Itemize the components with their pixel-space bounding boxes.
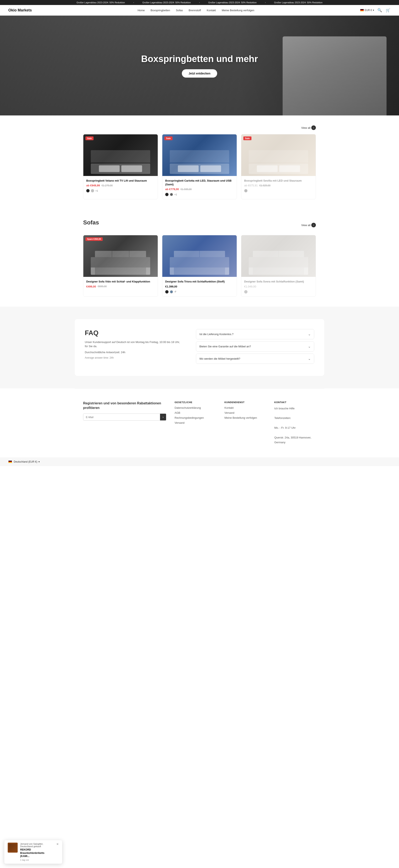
- sofas-view-all-link[interactable]: View all ›: [301, 223, 316, 227]
- sofa-price-current-1: €499,00: [86, 285, 96, 288]
- faq-question-1[interactable]: Ist die Lieferung Kostenlos.? ⌄: [196, 329, 314, 339]
- sofas-section: Sofas View all › Spare €350,00: [75, 209, 324, 306]
- hero-title: Boxspringbetten und mehr: [141, 54, 258, 64]
- bed-color-options-1: +1: [86, 189, 155, 192]
- dot-3: •: [265, 1, 266, 4]
- sofa-product-card-3[interactable]: Designer Sofa Svera mit Schlaffunktion (…: [241, 235, 316, 297]
- bed-price-row-1: ab €949,99 €1.279,00: [86, 184, 155, 187]
- bed-product-image-1: Sale: [83, 134, 158, 176]
- bed-color-dot-light-1[interactable]: [91, 189, 94, 192]
- sofa-product-info-3: Designer Sofa Svera mit Schlaffunktion (…: [241, 277, 316, 296]
- footer-link-kontakt[interactable]: Kontakt: [225, 406, 234, 409]
- main-nav: Home Boxspringbetten Sofas Brennstoff Ko…: [138, 8, 254, 12]
- nav-sofas[interactable]: Sofas: [176, 9, 183, 12]
- beds-view-all-arrow-icon: ›: [311, 125, 316, 130]
- faq-left-col: FAQ Unser Kundensupport auf Deutsch ist …: [85, 329, 184, 366]
- faq-item-1[interactable]: Ist die Lieferung Kostenlos.? ⌄: [196, 329, 314, 339]
- sofa-color-dot-blue-2[interactable]: [170, 290, 173, 293]
- footer-contact-col: Kontakt Ich brauche Hilfe Telefonzeiten:…: [274, 401, 316, 445]
- sofa-color-dot-dark-2[interactable]: [165, 290, 169, 293]
- search-button[interactable]: 🔍: [377, 7, 383, 13]
- footer-contact-address: Querstr. 24a, 30519 Hannover, Germany: [274, 435, 316, 445]
- sofa-product-card-1[interactable]: Spare €350,00 Designer Sofa Vido mit Sch: [83, 235, 158, 297]
- bed-color-dot-gray-2[interactable]: [170, 193, 173, 196]
- footer-email-submit-button[interactable]: ›: [160, 414, 166, 421]
- bed-illustration-3: [249, 150, 308, 174]
- sofa-color-options-3: [244, 290, 313, 293]
- sofa-price-current-2: €1.399,00: [165, 285, 177, 288]
- faq-question-text-1: Ist die Lieferung Kostenlos.?: [199, 333, 234, 336]
- bed-color-dot-dark-2[interactable]: [165, 193, 169, 196]
- nav-bestellung[interactable]: Meine Bestellung verfolgen: [222, 9, 254, 12]
- footer-link-versand-service[interactable]: Versand: [225, 411, 234, 414]
- beds-view-all-link[interactable]: View all ›: [301, 125, 316, 130]
- currency-selector[interactable]: EUR € ▾: [360, 9, 374, 12]
- faq-question-2[interactable]: Bieten Sie eine Garantie auf die Möbel a…: [196, 342, 314, 351]
- footer-link-agb[interactable]: AGB: [174, 411, 180, 414]
- flag-bottom-germany: [8, 461, 12, 463]
- sofa-product-image-2: [162, 235, 237, 277]
- bed-product-image-2: Sale: [162, 134, 237, 176]
- sofas-view-all-label: View all: [301, 224, 310, 227]
- bed-color-dot-dark-1[interactable]: [86, 189, 90, 192]
- announcement-item-1: Großer Lagerabbau 2023-2024: 50% Redukti…: [76, 1, 125, 4]
- sofa-color-dot-3[interactable]: [244, 290, 247, 293]
- footer-currency-selector[interactable]: Deutschland (EUR €) ▾: [14, 460, 40, 463]
- bed-color-options-2: +1: [165, 193, 234, 196]
- nav-kontakt[interactable]: Kontakt: [207, 9, 216, 12]
- bed-color-count-2: +1: [174, 193, 177, 196]
- sofas-view-all-arrow-icon: ›: [311, 223, 316, 227]
- flag-germany: [360, 9, 364, 11]
- footer-service-col: KUNDENDIENST Kontakt Versand Meine Beste…: [225, 401, 266, 445]
- sofa-product-info-2: Designer Sofa Triora mit Schlaffunktion …: [162, 277, 237, 296]
- bed-product-card-1[interactable]: Sale Boxspringbett Velano mit TV Lift un…: [83, 134, 158, 199]
- faq-question-3[interactable]: Wo werden die Möbel hergestellt? ⌄: [196, 354, 314, 364]
- announcement-item-2: Großer Lagerabbau 2023-2024: 50% Redukti…: [142, 1, 191, 4]
- sofa-product-name-1: Designer Sofa Vido mit Schlaf- und Klapp…: [86, 280, 155, 283]
- currency-chevron-icon: ▾: [373, 9, 374, 12]
- bed-product-card-2[interactable]: Sale Boxspringbett Carlotta mit LED, Sta…: [162, 134, 237, 199]
- bed-product-card-3[interactable]: Sale Boxspringbett Sevilla mit LED und S…: [241, 134, 316, 199]
- bed-price-current-1: ab €949,99: [86, 184, 100, 187]
- sofa-illustration-1: [91, 250, 150, 275]
- bed-product-name-1: Boxspringbett Velano mit TV Lift und Sta…: [86, 179, 155, 183]
- faq-item-3[interactable]: Wo werden die Möbel hergestellt? ⌄: [196, 353, 314, 364]
- sofa-product-card-2[interactable]: Designer Sofa Triora mit Schlaffunktion …: [162, 235, 237, 297]
- bed-color-dot-3[interactable]: [244, 189, 247, 192]
- bed-price-original-2: €1.939,00: [180, 188, 192, 191]
- footer-email-form: ›: [83, 413, 166, 421]
- bed-price-original-3: €1.929,00: [259, 184, 270, 187]
- hero-cta-button[interactable]: Jetzt entdecken: [182, 69, 217, 78]
- faq-chevron-icon-3: ⌄: [308, 357, 311, 361]
- faq-chevron-icon-2: ⌄: [308, 344, 311, 348]
- footer-link-bestellung-verfolgen[interactable]: Meine Bestellung verfolgen: [225, 416, 257, 419]
- sofa-price-current-3: €1.049,00: [244, 285, 256, 288]
- bed-product-image-3: Sale: [241, 134, 316, 176]
- nav-boxspringbetten[interactable]: Boxspringbetten: [151, 9, 170, 12]
- nav-home[interactable]: Home: [138, 9, 145, 12]
- sofa-color-options-2: ↺: [165, 290, 234, 293]
- sofa-price-row-2: €1.399,00: [165, 285, 234, 288]
- footer-link-datenschutz[interactable]: Datenschutzerklärung: [174, 406, 201, 409]
- bed-product-info-2: Boxspringbett Carlotta mit LED, Stauraum…: [162, 176, 237, 199]
- cart-button[interactable]: 🛒: [385, 7, 391, 13]
- bed-price-row-3: ab €675,91 €1.929,00: [244, 184, 313, 187]
- logo: Okio Markets: [8, 8, 32, 12]
- footer-legal-title: GESETZLICHE: [174, 401, 216, 404]
- bed-illustration-1: [91, 150, 150, 174]
- faq-response-time-en: Average answer time: 24h: [85, 356, 184, 359]
- bed-color-options-3: [244, 189, 313, 192]
- nav-brennstoff[interactable]: Brennstoff: [189, 9, 201, 12]
- sofa-product-image-3: [241, 235, 316, 277]
- faq-section: FAQ Unser Kundensupport auf Deutsch ist …: [0, 307, 399, 389]
- header-right: EUR € ▾ 🔍 🛒: [360, 7, 391, 13]
- bed-price-original-1: €1.279,00: [102, 184, 113, 187]
- hero-bed-decoration: [282, 36, 387, 116]
- footer-link-rechnungsbedingungen[interactable]: Rechnungsbedingungen: [174, 416, 204, 419]
- faq-item-2[interactable]: Bieten Sie eine Garantie auf die Möbel a…: [196, 341, 314, 351]
- footer-link-versand-legal[interactable]: Versand: [174, 421, 185, 424]
- sofas-product-grid: Spare €350,00 Designer Sofa Vido mit Sch: [83, 235, 316, 297]
- footer-email-input[interactable]: [83, 414, 160, 421]
- dot-1: •: [133, 1, 134, 4]
- beds-section: View all › Sale Boxspringbett Velano mit…: [75, 116, 324, 209]
